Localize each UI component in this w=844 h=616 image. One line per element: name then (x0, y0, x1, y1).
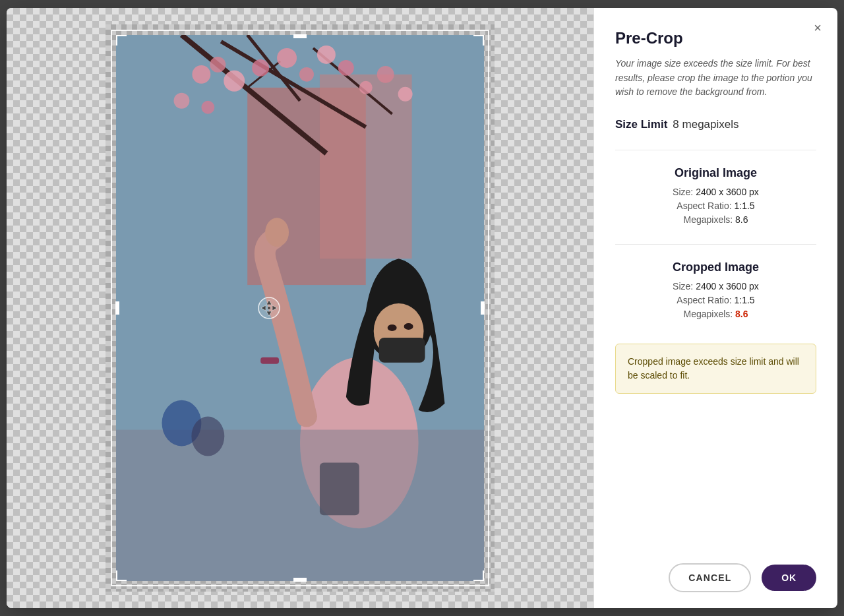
close-button[interactable]: × (811, 18, 824, 37)
svg-point-19 (173, 93, 189, 109)
svg-point-13 (299, 67, 314, 82)
cropped-size-value: 2400 x 3600 px (696, 281, 759, 292)
spacer (615, 394, 816, 553)
svg-point-20 (201, 101, 214, 114)
original-image-title: Original Image (615, 166, 816, 180)
panel-description: Your image size exceeds the size limit. … (615, 57, 816, 100)
svg-point-16 (359, 81, 373, 94)
svg-rect-29 (116, 430, 484, 581)
svg-point-8 (192, 65, 210, 84)
image-panel (7, 8, 593, 608)
svg-point-22 (265, 218, 289, 247)
original-image-section: Original Image Size: 2400 x 3600 px Aspe… (615, 166, 816, 228)
warning-text: Cropped image exceeds size limit and wil… (628, 356, 799, 381)
photo-image (116, 35, 484, 581)
divider-2 (615, 244, 816, 245)
original-size-label: Size: (673, 187, 693, 197)
svg-point-12 (277, 48, 297, 68)
svg-rect-2 (320, 75, 412, 259)
info-panel: × Pre-Crop Your image size exceeds the s… (593, 8, 837, 608)
svg-rect-25 (379, 338, 425, 363)
warning-box: Cropped image exceeds size limit and wil… (615, 344, 816, 394)
original-size-value: 2400 x 3600 px (696, 187, 759, 197)
original-aspect-label: Aspect Ratio: (677, 200, 731, 211)
crop-container (106, 24, 495, 592)
svg-point-10 (224, 71, 245, 92)
size-limit-label: Size Limit (615, 118, 667, 131)
original-aspect-row: Aspect Ratio: 1:1.5 (615, 200, 816, 211)
svg-rect-32 (260, 357, 279, 364)
original-aspect-value: 1:1.5 (735, 200, 755, 211)
svg-point-11 (252, 59, 269, 77)
panel-title: Pre-Crop (615, 29, 816, 47)
ok-button[interactable]: OK (762, 565, 816, 591)
cropped-megapixels-value: 8.6 (735, 309, 748, 319)
cropped-aspect-value: 1:1.5 (735, 295, 755, 305)
svg-point-15 (338, 60, 354, 76)
svg-point-17 (377, 66, 394, 83)
svg-point-14 (317, 46, 336, 64)
cancel-button[interactable]: CANCEL (669, 563, 751, 592)
cropped-size-row: Size: 2400 x 3600 px (615, 281, 816, 292)
cropped-aspect-row: Aspect Ratio: 1:1.5 (615, 295, 816, 305)
svg-point-27 (404, 323, 413, 330)
original-megapixels-label: Megapixels: (683, 214, 733, 225)
svg-point-31 (191, 417, 224, 456)
svg-point-18 (398, 87, 413, 102)
divider-1 (615, 150, 816, 150)
svg-point-26 (388, 324, 397, 331)
original-megapixels-row: Megapixels: 8.6 (615, 214, 816, 225)
size-limit-row: Size Limit 8 megapixels (615, 118, 816, 131)
original-megapixels-value: 8.6 (735, 214, 748, 225)
cropped-aspect-label: Aspect Ratio: (677, 295, 731, 305)
modal-dialog: × Pre-Crop Your image size exceeds the s… (7, 8, 837, 608)
cropped-megapixels-row: Megapixels: 8.6 (615, 309, 816, 319)
original-size-row: Size: 2400 x 3600 px (615, 187, 816, 197)
cropped-size-label: Size: (673, 281, 693, 292)
svg-point-9 (210, 57, 226, 73)
size-limit-value: 8 megapixels (673, 118, 738, 131)
button-row: CANCEL OK (615, 553, 816, 592)
cropped-image-title: Cropped Image (615, 261, 816, 274)
cropped-image-section: Cropped Image Size: 2400 x 3600 px Aspec… (615, 261, 816, 323)
cropped-megapixels-label: Megapixels: (683, 309, 733, 319)
modal-overlay: × Pre-Crop Your image size exceeds the s… (0, 0, 844, 616)
